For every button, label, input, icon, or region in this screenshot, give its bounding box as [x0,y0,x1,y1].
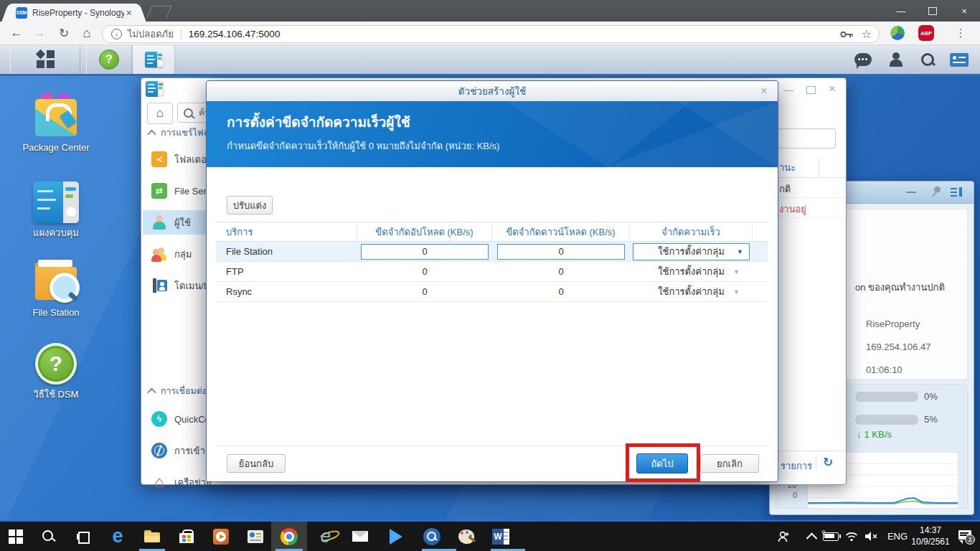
col-header-service[interactable]: บริการ [216,222,357,241]
list-count-link[interactable]: รายการ [781,458,812,474]
refresh-icon[interactable]: ↻ [823,455,833,470]
people-tray-button[interactable] [772,522,796,551]
chart-y-min: 0 [793,491,797,499]
key-icon[interactable] [840,30,853,39]
window-close-button[interactable]: × [948,0,980,22]
media-player-button[interactable] [205,522,237,551]
info-icon[interactable]: i [111,29,122,39]
window-maximize-button[interactable] [917,0,948,22]
browser-home-icon[interactable]: ⌂ [77,24,96,42]
question-mark-icon: ? [35,343,77,385]
volume-tray-button[interactable] [859,522,884,551]
notifications-button[interactable] [852,50,874,69]
action-center-button[interactable]: 2 [951,522,980,551]
cp-close-icon[interactable]: × [829,84,836,95]
table-row[interactable]: Rsync 0 0 ใช้การตั้งค่ากลุ่ม ▼ [216,282,768,302]
word-button[interactable]: W [485,522,517,551]
dsm-search-button[interactable] [917,50,938,69]
internet-explorer-button[interactable]: e [310,522,341,551]
bookmark-star-icon[interactable]: ☆ [862,27,872,41]
taskbar-search-button[interactable] [33,522,65,551]
quickconnect-icon: ϟ [151,411,167,427]
tab-close-icon[interactable]: × [126,8,132,18]
movies-tv-button[interactable] [380,522,412,551]
magnifier-app-button[interactable] [416,522,448,551]
security-label[interactable]: ไม่ปลอดภัย [128,27,174,42]
adblock-extension-button[interactable]: ABP [917,24,936,42]
pin-icon[interactable] [930,185,942,198]
cancel-button[interactable]: ยกเลิก [700,454,759,473]
status-column-header[interactable]: านะ [779,160,796,175]
idm-extension-button[interactable] [888,24,907,42]
download-limit-value[interactable]: 0 [492,282,630,301]
cp-minimize-icon[interactable]: — [783,84,793,95]
battery-tray-button[interactable]: ⚲ [819,522,842,551]
url-text[interactable]: 169.254.106.47:5000 [189,29,281,39]
language-tray-button[interactable]: ENG [884,522,911,551]
chevron-up-icon [147,387,156,397]
ms-store-button[interactable] [171,522,202,551]
chevron-down-icon: ▼ [733,268,740,276]
download-limit-value[interactable]: 0 [492,262,630,281]
desktop-icon-dsm-help[interactable]: ? วิธีใช้ DSM [13,343,99,400]
window-minimize-button[interactable]: — [885,0,917,22]
home-icon: ⌂ [156,106,164,121]
chevron-down-icon: ▼ [737,248,743,255]
col-header-limit[interactable]: จำกัดความเร็ว [630,222,753,241]
desktop-icon-control-panel[interactable]: แผงควบคุม [13,182,99,239]
speed-limit-table: บริการ ขีดจำกัดอัปโหลด (KB/s) ขีดจำกัดดา… [216,222,768,302]
chrome-button[interactable] [271,522,307,551]
upload-limit-value[interactable]: 0 [357,282,492,301]
desktop-icon-label: วิธีใช้ DSM [13,389,99,400]
customize-button[interactable]: ปรับแต่ง [227,196,273,215]
browser-menu-button[interactable]: ⋮ [951,24,970,42]
widget-minimize-icon[interactable] [906,192,916,193]
main-menu-button[interactable] [10,44,80,74]
cp-maximize-icon[interactable] [806,86,816,94]
col-header-upload[interactable]: ขีดจำกัดอัปโหลด (KB/s) [357,222,492,241]
table-row[interactable]: FTP 0 0 ใช้การตั้งค่ากลุ่ม ▼ [216,262,768,282]
reload-icon[interactable]: ↻ [55,24,73,42]
clock-tray-button[interactable]: 14:37 10/9/2561 [908,522,953,551]
limit-dropdown[interactable]: ใช้การตั้งค่ากลุ่ม ▼ [633,243,750,260]
control-panel-icon [145,52,164,67]
office-app-button[interactable] [240,522,271,551]
tab-title: RiseProperty - Synology [ [32,8,124,18]
edge-button[interactable]: e [102,522,133,551]
col-header-download[interactable]: ขีดจำกัดดาวน์โหลด (KB/s) [492,222,630,241]
omnibox[interactable]: i ไม่ปลอดภัย 169.254.106.47:5000 ☆ [102,25,880,43]
back-icon[interactable]: ← [7,24,26,42]
sidebar-section-file-sharing[interactable]: การแชร์ไฟล์ [149,126,209,140]
file-explorer-button[interactable] [136,522,168,551]
dsm-taskbar: ? [0,44,980,76]
mail-button[interactable] [344,522,376,551]
user-menu-button[interactable] [885,50,907,69]
task-view-button[interactable] [67,522,99,551]
paint-button[interactable] [451,522,482,551]
cp-home-button[interactable]: ⌂ [147,103,173,124]
chat-icon [854,53,872,66]
widgets-button[interactable] [948,50,970,69]
back-button[interactable]: ย้อนกลับ [227,454,286,473]
dialog-close-icon[interactable]: × [760,84,768,98]
upload-limit-value[interactable]: 0 [357,262,492,281]
person-icon [889,52,903,67]
desktop-icon-package-center[interactable]: Package Center [13,92,99,154]
start-button[interactable] [0,522,32,551]
forward-icon[interactable]: → [30,24,49,42]
limit-dropdown-value[interactable]: ใช้การตั้งค่ากลุ่ม [658,284,725,299]
sidebar-section-connectivity[interactable]: การเชื่อมต่อ [149,384,207,398]
table-row[interactable]: File Station ใช้การตั้งค่ากลุ่ม ▼ [216,242,768,262]
dsm-help-button[interactable]: ? [86,44,132,74]
annotation-highlight-box [626,443,700,482]
new-tab-button[interactable] [146,6,172,18]
control-panel-task-button[interactable] [133,44,175,74]
upload-limit-input[interactable] [361,244,489,260]
browser-tab[interactable]: DSM RiseProperty - Synology [ × [10,4,138,22]
limit-dropdown-value[interactable]: ใช้การตั้งค่ากลุ่ม [658,264,725,279]
desktop-icon-file-station[interactable]: File Station [13,257,99,319]
status-cell-running: งานอยู่ [779,202,806,217]
play-icon [390,529,402,545]
download-limit-input[interactable] [497,244,625,260]
widget-layout-icon[interactable] [951,187,962,197]
